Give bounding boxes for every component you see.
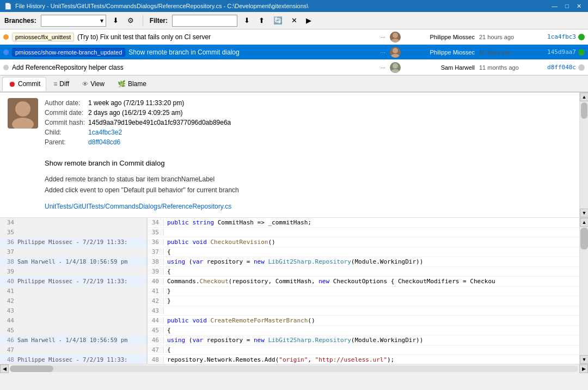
blame-panel: 34 35 36 Philippe Miossec - 7/2/19 11:33… <box>0 218 147 364</box>
hscroll-right-btn[interactable]: ▶ <box>579 364 588 373</box>
blame-row[interactable]: 35 <box>0 228 146 237</box>
code-vertical-scrollbar[interactable]: ▲ ▼ <box>579 218 588 364</box>
code-line-number: 43 <box>148 307 164 314</box>
parent-hash-link[interactable]: d8ff048cd6 <box>88 138 120 146</box>
code-row: 34 public string CommitHash => _commitHa… <box>148 218 579 228</box>
details-scrollbar[interactable]: ▲ ▼ <box>579 93 588 217</box>
hscroll-left-btn[interactable]: ◀ <box>0 364 9 373</box>
tabs-bar: ⏺ Commit ≡ Diff 👁 View 🌿 Blame <box>0 76 588 92</box>
blame-row[interactable]: 37 <box>0 247 146 257</box>
diff-tab-icon: ≡ <box>53 80 57 88</box>
commit-date-label: Commit date: <box>45 108 88 118</box>
code-section: 34 35 36 Philippe Miossec - 7/2/19 11:33… <box>0 218 588 364</box>
code-line-number: 35 <box>148 229 164 236</box>
vscroll-thumb <box>580 228 588 249</box>
tab-view[interactable]: 👁 View <box>76 77 111 91</box>
blame-row[interactable]: 42 <box>0 296 146 306</box>
code-content: public void CreateRemoteForMasterBranch(… <box>167 317 579 324</box>
diff-tab-label: Diff <box>59 80 69 88</box>
code-content: { <box>167 346 579 354</box>
code-row: 40 Commands.Checkout(repository, CommitH… <box>148 277 579 287</box>
vscroll-track <box>580 227 588 355</box>
commit-tab-label: Commit <box>18 80 40 88</box>
commit-row[interactable]: Add ReferenceRepository helper class ···… <box>0 60 588 75</box>
close-button[interactable]: ✕ <box>574 3 584 10</box>
filter-down-btn[interactable]: ⬇ <box>242 15 252 27</box>
tab-diff[interactable]: ≡ Diff <box>47 77 75 91</box>
code-row: 48 repository.Network.Remotes.Add("origi… <box>148 355 579 364</box>
app-icon: 📄 <box>4 3 12 10</box>
blame-row[interactable]: 34 <box>0 218 146 228</box>
restore-button[interactable]: □ <box>563 3 571 10</box>
commit-hash: 145d9aa7 <box>538 48 576 56</box>
commit-message: Show remote branch in Commit dialog <box>128 48 376 56</box>
code-line-number: 41 <box>148 288 164 295</box>
code-content: } <box>167 297 579 304</box>
blame-line-number: 46 <box>2 337 14 344</box>
code-content: public void CheckoutRevision() <box>167 239 579 246</box>
blame-row[interactable]: 47 <box>0 345 146 355</box>
blame-row[interactable]: 40 Philippe Miossec - 7/2/19 11:33: <box>0 277 146 287</box>
filter-refresh-btn[interactable]: 🔄 <box>271 15 285 27</box>
blame-info: Philippe Miossec - 7/2/19 11:33: <box>17 278 144 284</box>
filter-clear-btn[interactable]: ✕ <box>289 15 299 27</box>
commit-status-circle <box>578 34 585 40</box>
blame-line-number: 36 <box>2 239 14 246</box>
child-hash-link[interactable]: 1ca4fbc3e2 <box>88 129 122 136</box>
blame-row[interactable]: 46 Sam Harwell - 1/4/18 10:56:59 pm <box>0 336 146 345</box>
branches-dropdown[interactable]: ▾ <box>41 15 106 27</box>
details-scroll-up[interactable]: ▲ <box>580 93 588 101</box>
view-tab-label: View <box>90 80 105 88</box>
toolbar-separator <box>143 15 143 26</box>
blame-row[interactable]: 43 <box>0 306 146 316</box>
commit-file-path[interactable]: UnitTests/GitUITests/CommandsDialogs/Ref… <box>45 202 580 212</box>
blame-row[interactable]: 38 Sam Harwell - 1/4/18 10:56:59 pm <box>0 257 146 267</box>
branches-filter-btn[interactable]: ⬇ <box>111 15 121 27</box>
blame-row[interactable]: 36 Philippe Miossec - 7/2/19 11:33: <box>0 237 146 247</box>
title-bar: 📄 File History - UnitTests/GitUITests/Co… <box>0 0 588 12</box>
horizontal-scrollbar[interactable]: ◀ ▶ <box>0 364 588 373</box>
commit-branch-tag: pmiossec/show-remote-branch_updated <box>12 48 125 57</box>
commit-options-btn[interactable]: ··· <box>381 64 385 71</box>
code-content: { <box>167 248 579 255</box>
blame-row[interactable]: 44 <box>0 316 146 326</box>
commit-message-area: Show remote branch in Commit dialog Adde… <box>45 154 580 212</box>
code-row: 47 { <box>148 345 579 355</box>
filter-go-btn[interactable]: ▶ <box>304 15 314 27</box>
svg-point-6 <box>15 101 30 117</box>
details-scroll-track <box>580 101 588 209</box>
commit-author-avatar <box>8 98 38 129</box>
code-line-number: 38 <box>148 258 164 265</box>
filter-dropdown[interactable] <box>172 15 237 27</box>
blame-row[interactable]: 48 Philippe Miossec - 7/2/19 11:33: <box>0 355 146 364</box>
code-line-number: 37 <box>148 248 164 255</box>
blame-row[interactable]: 45 <box>0 326 146 336</box>
details-scroll-down[interactable]: ▼ <box>580 209 588 217</box>
code-row: 43 <box>148 306 579 316</box>
vscroll-up-btn[interactable]: ▲ <box>580 218 588 227</box>
tab-blame[interactable]: 🌿 Blame <box>112 77 152 91</box>
commit-hash-value: 145d9aa79d19ebe491c0a1fc9377096d0ab89e6a <box>88 118 234 127</box>
vscroll-down-btn[interactable]: ▼ <box>580 355 588 364</box>
hscroll-track <box>10 365 578 372</box>
commit-row[interactable]: pmiossec/show-remote-branch_updated Show… <box>0 45 588 60</box>
commit-time: 11 months ago <box>479 64 534 71</box>
branches-options-btn[interactable]: ⚙ <box>125 15 136 27</box>
blame-line-number: 42 <box>2 297 14 304</box>
minimize-button[interactable]: — <box>549 3 560 10</box>
blame-row[interactable]: 41 <box>0 287 146 296</box>
svg-point-4 <box>393 63 398 69</box>
commit-options-btn[interactable]: ··· <box>381 49 385 56</box>
filter-up-btn[interactable]: ⬆ <box>256 15 267 27</box>
code-line-number: 36 <box>148 239 164 246</box>
tab-commit[interactable]: ⏺ Commit <box>2 77 46 91</box>
commit-options-btn[interactable]: ··· <box>381 34 385 40</box>
commit-status-circle <box>578 64 585 71</box>
commit-row[interactable]: pmiossec/fix_unittest (Try to) Fix unit … <box>0 29 588 45</box>
commit-author: Sam Harwell <box>404 64 475 71</box>
blame-row[interactable]: 39 <box>0 267 146 277</box>
blame-line-number: 41 <box>2 288 14 295</box>
code-row: 38 using (var repository = new LibGit2Sh… <box>148 257 579 267</box>
blame-info: Philippe Miossec - 7/2/19 11:33: <box>17 239 144 245</box>
svg-point-0 <box>393 33 398 38</box>
